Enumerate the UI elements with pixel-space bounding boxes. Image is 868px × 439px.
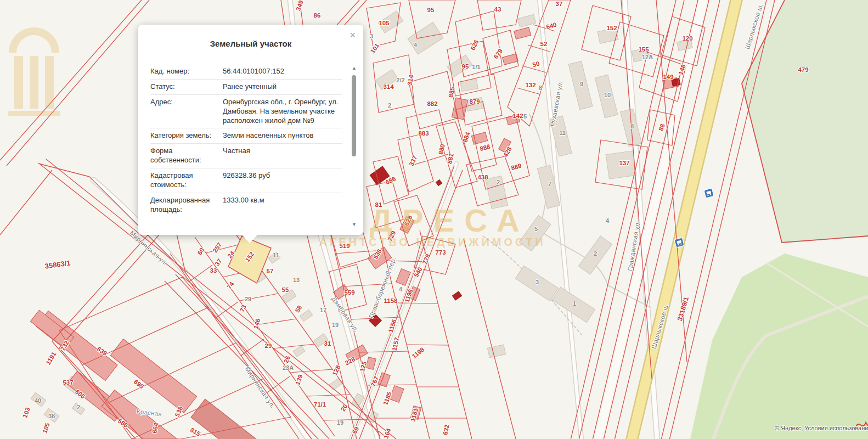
parcel-number-label: 81 <box>375 201 382 208</box>
popup-tail <box>241 234 258 243</box>
parcel-number-label: 519 <box>339 243 350 249</box>
building-number-label: 2 <box>497 179 500 185</box>
field-label: Кад. номер: <box>150 67 221 76</box>
field-label: Кадастровая стоимость: <box>150 171 221 190</box>
popup-fields: Кад. номер:56:44:0101007:152Статус:Ранее… <box>150 64 342 229</box>
parcel-number-label: 479 <box>798 66 808 73</box>
building-number-label: 5 <box>523 113 527 120</box>
building-number-label: 38 <box>48 413 55 419</box>
parcel-number-label: 879 <box>469 98 480 105</box>
field-label: Адрес: <box>150 98 221 126</box>
popup-field-row: Адрес:Оренбургская обл., г. Оренбург, ул… <box>150 95 342 129</box>
building-number-label: 3 <box>536 279 539 285</box>
field-value: Ранее учтенный <box>221 82 342 92</box>
parcel-number-label: 773 <box>435 249 446 256</box>
parcel-number-label: 31 <box>324 340 331 347</box>
popup-field-row: Категория земель:Земли населенных пункто… <box>150 128 342 144</box>
building-number-label: 8 <box>630 123 634 130</box>
building-number-label: 4 <box>606 217 609 224</box>
building-number-label: 40 <box>35 397 41 404</box>
parcel-number-label: 314 <box>383 83 393 90</box>
parcel-number-label: 1158 <box>384 297 398 304</box>
field-value: 56:44:0101007:152 <box>221 67 342 76</box>
bus-stop-icon[interactable] <box>704 188 714 198</box>
parcel-number-label: 155 <box>638 46 649 53</box>
popup-scrollbar[interactable]: ▲ ▼ <box>350 65 358 227</box>
popup-field-row: Форма собственности:Частная <box>150 144 342 168</box>
parcel-number-label: 57 <box>267 268 274 274</box>
building-number-label: 13 <box>293 277 300 283</box>
building-number-label: 2 <box>388 102 391 109</box>
parcel-number-label: 142 <box>512 112 523 119</box>
building-number-label: 4 <box>414 42 417 48</box>
parcel-number-label: 105 <box>379 20 389 26</box>
field-label: Статус: <box>150 82 221 92</box>
building-number-label: 5 <box>534 226 538 232</box>
parcel-number-label: 152 <box>606 25 617 31</box>
building-number-label: 2 <box>594 250 597 257</box>
field-value: Частная <box>221 147 342 165</box>
parcel-number-label: 33 <box>210 267 217 274</box>
popup-field-row: Кадастровая стоимость:926328.36 руб <box>150 168 342 193</box>
popup-field-row: Статус:Ранее учтенный <box>150 80 342 95</box>
parcel-number-label: 537 <box>63 379 73 386</box>
parcel-number-label: 882 <box>427 100 437 107</box>
bus-stop-icon[interactable] <box>674 238 684 247</box>
popup-title: Земельный участок <box>138 39 363 48</box>
parcel-number-label: 29 <box>265 342 272 349</box>
building-number-label: 12А <box>642 54 653 60</box>
parcel-number-label: 52 <box>540 41 548 47</box>
parcel-info-popup: × Земельный участок Кад. номер:56:44:010… <box>138 25 363 235</box>
scroll-up-icon[interactable]: ▲ <box>350 65 358 71</box>
field-value: 1333.00 кв.м <box>221 196 342 215</box>
building-number-label: 2 <box>77 404 80 410</box>
parcel-number-label: 95 <box>462 63 469 70</box>
parcel-number-label: 43 <box>494 6 501 13</box>
building-number-label: 19 <box>332 322 339 328</box>
parcel-number-label: 883 <box>418 130 429 137</box>
building-number-label: 23А <box>283 364 294 371</box>
field-label: Категория земель: <box>150 131 221 140</box>
building-number-label: 11 <box>273 252 279 258</box>
building-number-label: 3 <box>370 33 373 40</box>
field-label: Декларированная площадь: <box>150 196 221 215</box>
parcel-number-label: 559 <box>344 289 354 296</box>
parcel-number-label: 95 <box>427 7 435 13</box>
scrollbar-thumb[interactable] <box>352 75 356 156</box>
building-number-label: 7 <box>548 181 551 187</box>
building-number-label: 19 <box>337 419 343 426</box>
close-icon[interactable]: × <box>347 29 358 41</box>
building-number-label: 1/1 <box>472 64 480 70</box>
building-number-label: 1 <box>573 300 576 307</box>
field-value: 926328.36 руб <box>221 171 342 190</box>
field-label: Форма собственности: <box>150 147 221 165</box>
parcel-number-label: 120 <box>682 35 692 42</box>
parcel-number-label: 86 <box>314 12 321 19</box>
building-number-label: 8 <box>539 85 542 91</box>
map-viewport[interactable]: 35863/1349861011059543626679953143148828… <box>0 0 868 439</box>
building-number-label: 4 <box>399 286 402 292</box>
parcel-number-label: 55 <box>282 286 289 293</box>
building-number-label: 10 <box>604 92 611 98</box>
parcel-number-label: 149 <box>663 74 673 80</box>
parcel-number-label: 438 <box>477 174 488 181</box>
parcel-number-label: 37 <box>556 1 563 7</box>
building-number-label: 29 <box>245 296 251 302</box>
field-value: Оренбургская обл., г. Оренбург, ул. Дамб… <box>221 98 342 126</box>
building-number-label: 11 <box>559 130 566 136</box>
building-number-label: 17 <box>320 307 326 313</box>
parcel-number-label: 132 <box>525 82 536 88</box>
cadastral-map-svg[interactable] <box>0 0 868 439</box>
parcel-number-label: 137 <box>619 160 629 166</box>
building-number-label: 2/2 <box>396 77 404 83</box>
popup-field-row: Декларированная площадь:1333.00 кв.м <box>150 193 342 217</box>
parcel-number-label: 71/1 <box>314 401 326 408</box>
scroll-down-icon[interactable]: ▼ <box>350 222 358 227</box>
field-value: Земли населенных пунктов <box>221 131 342 140</box>
map-attribution[interactable]: © Яндекс, Условия использования <box>775 425 868 431</box>
popup-field-row: Кад. номер:56:44:0101007:152 <box>150 64 342 80</box>
building-number-label: 9 <box>580 81 583 87</box>
